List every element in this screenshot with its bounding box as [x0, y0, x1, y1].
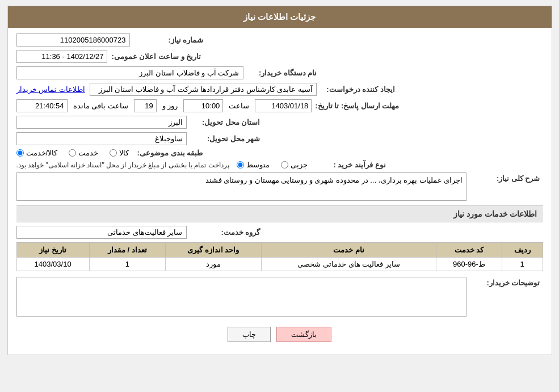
niaaz-number-value: 1102005186000723	[16, 33, 130, 47]
delivery-city-row: شهر محل تحویل: ساوجبلاغ	[16, 132, 543, 145]
khedmat-label: خدمت	[78, 149, 98, 157]
sharh-label: شرح کلی نیاز:	[466, 172, 540, 183]
process-jozi[interactable]: جزیی	[281, 161, 308, 169]
group-label: گروه خدمت:	[187, 228, 260, 237]
button-row: بازگشت چاپ	[16, 320, 543, 349]
kala-khedmat-label: کالا/خدمت	[26, 149, 58, 157]
cell-radif: 1	[502, 258, 543, 271]
process-motavaset[interactable]: متوسط	[237, 161, 270, 169]
deadline-days: 19	[134, 99, 157, 112]
buyer-notes-label: توضیحات خریدار:	[466, 277, 540, 287]
col-name: نام خدمت	[261, 243, 436, 258]
creator-value: آسیه عابدی کارشناس دفتر قراردادها شرکت آ…	[90, 83, 317, 96]
category-khedmat[interactable]: خدمت	[69, 149, 98, 157]
services-section-header: اطلاعات خدمات مورد نیاز	[16, 205, 543, 222]
category-kala-khedmat[interactable]: کالا/خدمت	[16, 149, 58, 157]
category-radio-group: کالا خدمت کالا/خدمت	[16, 149, 129, 157]
process-row: نوع فرآیند خرید : جزیی متوسط پرداخت تمام…	[16, 161, 543, 169]
col-code: کد خدمت	[436, 243, 502, 258]
process-radio-group: جزیی متوسط	[237, 161, 308, 169]
col-unit: واحد اندازه گیری	[165, 243, 261, 258]
page-header: جزئیات اطلاعات نیاز	[8, 6, 552, 28]
delivery-province-label: استان محل تحویل:	[187, 118, 260, 127]
kala-khedmat-radio[interactable]	[16, 149, 24, 157]
cell-date: 1403/03/10	[16, 258, 89, 271]
process-label: نوع فرآیند خرید :	[312, 161, 386, 169]
khedmat-radio[interactable]	[69, 149, 76, 157]
announce-value: 1402/12/27 - 11:36	[16, 50, 107, 63]
category-label: طبقه بندی موضوعی:	[129, 149, 203, 157]
page-title: جزئیات اطلاعات نیاز	[243, 12, 316, 22]
sharh-row: شرح کلی نیاز: اجرای عملیات بهره برداری، …	[16, 172, 543, 201]
motavaset-radio[interactable]	[237, 161, 244, 168]
niaaz-number-row: شماره نیاز: 1102005186000723	[16, 33, 543, 47]
table-header-row: ردیف کد خدمت نام خدمت واحد اندازه گیری ت…	[16, 243, 543, 258]
category-kala[interactable]: کالا	[110, 149, 129, 157]
col-radif: ردیف	[502, 243, 543, 258]
jozi-radio[interactable]	[281, 161, 288, 168]
kala-label: کالا	[119, 149, 129, 157]
delivery-province-row: استان محل تحویل: البرز	[16, 116, 543, 129]
content-area: شماره نیاز: 1102005186000723 تاریخ و ساع…	[8, 28, 552, 355]
deadline-date: 1403/01/18	[255, 99, 312, 112]
process-note: پرداخت تمام یا بخشی از مبلغ خریدار از مح…	[16, 161, 229, 169]
cell-unit: مورد	[165, 258, 261, 271]
deadline-remaining-label: ساعت باقی مانده	[73, 102, 128, 110]
cell-code: ط-96-960	[436, 258, 502, 271]
col-qty: تعداد / مقدار	[89, 243, 165, 258]
table-header: ردیف کد خدمت نام خدمت واحد اندازه گیری ت…	[16, 243, 543, 258]
delivery-city-value: ساوجبلاغ	[16, 132, 187, 145]
table-row: 1 ط-96-960 سایر فعالیت های خدماتی شخصی م…	[16, 258, 543, 271]
deadline-time-label: ساعت	[229, 102, 249, 110]
deadline-label: مهلت ارسال پاسخ: تا تاریخ:	[315, 102, 399, 110]
delivery-city-label: شهر محل تحویل:	[187, 134, 260, 143]
kala-radio[interactable]	[110, 149, 117, 157]
niaaz-number-label: شماره نیاز:	[130, 36, 204, 44]
deadline-remaining: 21:40:54	[16, 99, 68, 112]
page-container: جزئیات اطلاعات نیاز شماره نیاز: 11020051…	[7, 6, 552, 355]
motavaset-label: متوسط	[246, 161, 270, 169]
print-button[interactable]: چاپ	[228, 327, 271, 342]
buyer-notes-row: توضیحات خریدار:	[16, 277, 543, 317]
creator-row: ایجاد کننده درخواست: آسیه عابدی کارشناس …	[16, 83, 543, 96]
deadline-day-label: روز و	[162, 102, 178, 110]
buyer-notes-box[interactable]	[16, 277, 466, 317]
services-table: ردیف کد خدمت نام خدمت واحد اندازه گیری ت…	[16, 242, 543, 271]
creator-label: ایجاد کننده درخواست:	[321, 85, 395, 94]
buyer-org-row: نام دستگاه خریدار: شرکت آب و فاضلاب استا…	[16, 66, 543, 79]
delivery-province-value: البرز	[16, 116, 187, 129]
buyer-org-value: شرکت آب و فاضلاب استان البرز	[16, 66, 243, 79]
announce-label: تاریخ و ساعت اعلان عمومی:	[112, 52, 201, 61]
col-date: تاریخ نیاز	[16, 243, 89, 258]
deadline-row: مهلت ارسال پاسخ: تا تاریخ: 1403/01/18 سا…	[16, 99, 543, 112]
contact-link[interactable]: اطلاعات تماس خریدار	[16, 85, 85, 94]
category-row: طبقه بندی موضوعی: کالا خدمت کالا/خدمت	[16, 149, 543, 157]
buyer-org-label: نام دستگاه خریدار:	[243, 69, 317, 77]
group-row: گروه خدمت: سایر فعالیت‌های خدماتی	[16, 226, 543, 239]
deadline-time: 10:00	[183, 99, 223, 112]
jozi-label: جزیی	[291, 161, 308, 169]
back-button[interactable]: بازگشت	[276, 327, 331, 342]
group-value: سایر فعالیت‌های خدماتی	[16, 226, 187, 239]
table-body: 1 ط-96-960 سایر فعالیت های خدماتی شخصی م…	[16, 258, 543, 271]
cell-name: سایر فعالیت های خدماتی شخصی	[261, 258, 436, 271]
announce-row: تاریخ و ساعت اعلان عمومی: 1402/12/27 - 1…	[16, 50, 543, 63]
sharh-value: اجرای عملیات بهره برداری، ... در محدوده …	[16, 172, 466, 201]
cell-qty: 1	[89, 258, 165, 271]
